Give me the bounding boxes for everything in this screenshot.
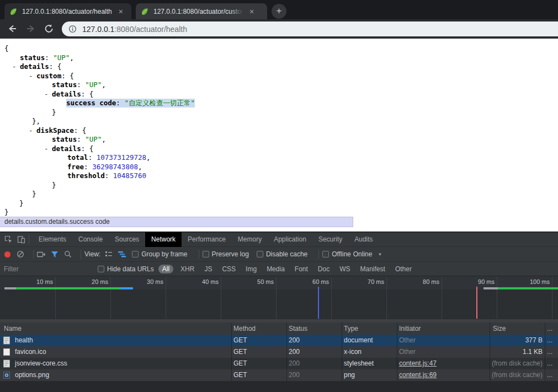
group-by-frame-checkbox[interactable] xyxy=(132,251,139,257)
forward-icon[interactable] xyxy=(25,23,38,35)
json-line-content[interactable]: { xyxy=(4,44,9,53)
device-toolbar-icon[interactable] xyxy=(17,235,25,244)
filter-type-font[interactable]: Font xyxy=(295,265,308,273)
devtools-panel: ElementsConsoleSourcesNetworkPerformance… xyxy=(0,232,558,392)
json-line-content[interactable]: status: "UP", xyxy=(20,53,74,62)
devtools-tab-application[interactable]: Application xyxy=(268,232,312,247)
back-icon[interactable] xyxy=(7,23,19,35)
filter-type-xhr[interactable]: XHR xyxy=(180,265,194,273)
json-line-content[interactable]: free: 36298743808, xyxy=(67,163,142,171)
request-name: jsonview-core.css xyxy=(15,359,67,367)
json-line-content[interactable]: custom: { xyxy=(36,72,74,80)
new-tab-button[interactable]: + xyxy=(272,4,286,19)
filter-funnel-icon[interactable] xyxy=(51,251,59,258)
collapse-toggle[interactable]: - xyxy=(44,144,49,153)
clear-icon[interactable] xyxy=(17,250,24,258)
filter-type-js[interactable]: JS xyxy=(204,265,212,273)
record-icon[interactable] xyxy=(4,251,10,257)
devtools-tab-console[interactable]: Console xyxy=(72,232,109,247)
devtools-tab-audits[interactable]: Audits xyxy=(348,232,379,247)
page-info-icon[interactable] xyxy=(68,25,77,33)
request-initiator[interactable]: content.js:47 xyxy=(399,359,437,367)
network-overview[interactable] xyxy=(0,289,558,319)
inspect-element-icon[interactable] xyxy=(4,235,13,244)
devtools-tab-elements[interactable]: Elements xyxy=(33,232,72,247)
collapse-toggle[interactable]: - xyxy=(29,126,33,135)
filter-input[interactable]: Filter xyxy=(4,265,98,273)
filter-type-other[interactable]: Other xyxy=(395,265,412,273)
network-request-row-options.png[interactable]: options.pngGET200pngcontent.js:69(from d… xyxy=(0,369,558,381)
request-initiator[interactable]: content.js:69 xyxy=(399,371,437,379)
json-line-content[interactable]: details: { xyxy=(20,62,61,71)
column-header-initiator[interactable]: Initiator xyxy=(399,325,421,332)
tab-close-icon[interactable]: × xyxy=(247,8,256,15)
request-more: ... xyxy=(547,336,552,344)
json-line-content[interactable]: } xyxy=(19,199,24,208)
devtools-tab-performance[interactable]: Performance xyxy=(182,232,232,247)
tab-custom[interactable]: 127.0.0.1:8080/actuator/custom × xyxy=(136,3,267,19)
view-list-icon[interactable] xyxy=(105,251,113,257)
json-line-content[interactable]: details: { xyxy=(52,144,93,153)
collapse-toggle[interactable]: - xyxy=(44,90,49,99)
json-line-content[interactable]: } xyxy=(52,108,56,117)
column-separator[interactable] xyxy=(545,323,545,381)
filter-type-doc[interactable]: Doc xyxy=(318,265,330,273)
hide-data-urls-checkbox[interactable] xyxy=(98,266,104,272)
request-name: favicon.ico xyxy=(15,348,46,356)
network-request-row-favicon.ico[interactable]: favicon.icoGET200x-iconOther1.1 KB... xyxy=(0,346,558,358)
json-line-content[interactable]: total: 107373129728, xyxy=(67,153,151,162)
preserve-log-checkbox[interactable] xyxy=(203,251,209,257)
screenshot-camera-icon[interactable] xyxy=(37,251,45,257)
devtools-tab-security[interactable]: Security xyxy=(312,232,348,247)
filter-type-img[interactable]: Img xyxy=(246,265,257,273)
filter-type-media[interactable]: Media xyxy=(267,265,285,273)
json-line-content[interactable]: success code: "自定义检查一切正常" xyxy=(66,99,195,108)
json-line: -diskSpace: { xyxy=(0,126,558,136)
column-header-type[interactable]: Type xyxy=(344,325,358,332)
filter-type-css[interactable]: CSS xyxy=(222,265,236,273)
request-status: 200 xyxy=(289,336,300,344)
column-separator[interactable] xyxy=(397,323,397,381)
network-request-row-jsonview-core.css[interactable]: jsonview-core.cssGET200stylesheetcontent… xyxy=(0,358,558,369)
waterfall-overview-icon[interactable] xyxy=(118,251,126,257)
json-line: total: 107373129728, xyxy=(0,153,558,163)
filter-type-manifest[interactable]: Manifest xyxy=(360,265,385,273)
request-status: 200 xyxy=(289,359,300,367)
json-line-content[interactable]: diskSpace: { xyxy=(36,126,86,135)
collapse-toggle[interactable]: - xyxy=(12,62,17,71)
tab-close-icon[interactable]: × xyxy=(116,8,125,15)
devtools-tab-memory[interactable]: Memory xyxy=(232,232,268,247)
disable-cache-checkbox[interactable] xyxy=(257,251,263,257)
network-table-header[interactable]: NameMethodStatusTypeInitiatorSize... xyxy=(0,323,558,335)
throttling-select[interactable]: Online xyxy=(353,250,373,258)
json-line-content[interactable]: }, xyxy=(32,117,40,126)
column-header-name[interactable]: Name xyxy=(4,325,22,332)
column-header-[interactable]: ... xyxy=(547,325,552,332)
json-line-content[interactable]: status: "UP", xyxy=(52,135,106,144)
network-request-row-health[interactable]: healthGET200documentOther377 B... xyxy=(0,335,558,346)
column-separator[interactable] xyxy=(342,323,342,381)
filter-type-ws[interactable]: WS xyxy=(339,265,350,273)
column-separator[interactable] xyxy=(490,323,490,381)
column-separator[interactable] xyxy=(286,323,287,381)
devtools-tab-network[interactable]: Network xyxy=(145,232,182,247)
column-header-size[interactable]: Size xyxy=(493,325,506,332)
request-name: health xyxy=(15,336,33,344)
tab-health[interactable]: 127.0.0.1:8080/actuator/health × xyxy=(4,3,131,19)
filter-type-all[interactable]: All xyxy=(158,265,173,273)
json-line-content[interactable]: } xyxy=(52,181,56,190)
json-line-content[interactable]: threshold: 10485760 xyxy=(67,171,146,180)
offline-checkbox[interactable] xyxy=(322,251,329,257)
reload-icon[interactable] xyxy=(44,24,56,36)
devtools-tab-sources[interactable]: Sources xyxy=(109,232,145,247)
column-header-status[interactable]: Status xyxy=(289,325,307,332)
json-line-content[interactable]: details: { xyxy=(52,90,93,99)
json-line-content[interactable]: } xyxy=(4,208,9,217)
json-line-content[interactable]: } xyxy=(32,190,36,198)
address-bar[interactable]: 127.0.0.1:8080/actuator/health xyxy=(62,22,558,36)
search-icon[interactable] xyxy=(64,250,72,258)
collapse-toggle[interactable]: - xyxy=(29,72,33,80)
column-header-method[interactable]: Method xyxy=(233,325,256,332)
json-line-content[interactable]: status: "UP", xyxy=(52,80,106,89)
column-separator[interactable] xyxy=(231,323,232,381)
